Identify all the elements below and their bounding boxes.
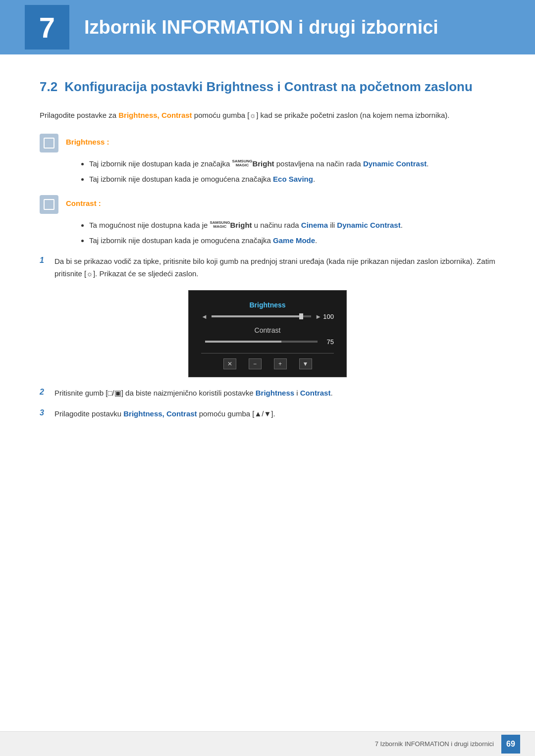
osd-brightness-fill (212, 315, 301, 317)
brightness-note-icon (40, 134, 58, 152)
osd-brightness-label: Brightness (249, 301, 285, 309)
chapter-number: 7 (39, 11, 55, 44)
intro-paragraph: Prilagodite postavke za Brightness, Cont… (40, 109, 495, 121)
footer-text: 7 Izbornik INFORMATION i drugi izbornici (375, 740, 494, 748)
note-icon-inner (44, 138, 54, 149)
game-mode-highlight: Game Mode (273, 236, 315, 245)
osd-brightness-slider-row: ◄ ► 100 (201, 313, 334, 320)
osd-screen: Brightness ◄ ► 100 Contrast 75 ✕ − + ▼ (188, 290, 347, 377)
intro-text-before: Prilagodite postavke za (40, 111, 118, 119)
step-2-number: 2 (40, 387, 54, 397)
bright-label-2: Bright (230, 221, 252, 229)
step-3-number: 3 (40, 408, 54, 417)
osd-buttons-row: ✕ − + ▼ (201, 358, 334, 369)
osd-left-arrow: ◄ (201, 313, 208, 320)
eco-saving-highlight: Eco Saving (273, 175, 313, 183)
brightness-bullets: Taj izbornik nije dostupan kada je znača… (89, 157, 495, 185)
dynamic-contrast-highlight-2: Dynamic Contrast (337, 221, 400, 229)
intro-highlight: Brightness, Contrast (118, 111, 192, 119)
step-3-text: Prilagodite postavku Brightness, Contras… (54, 408, 495, 420)
osd-contrast-slider-row: 75 (201, 338, 334, 346)
section-heading: 7.2 Konfiguracija postavki Brightness i … (40, 79, 495, 95)
contrast-bullets: Ta mogućnost nije dostupna kada je SAMSU… (89, 219, 495, 247)
chapter-number-box: 7 (25, 5, 69, 50)
footer-page-number: 69 (501, 735, 520, 754)
contrast-note-icon-inner (44, 199, 54, 210)
magic-bright-label-2: SAMSUNGMAGIC (210, 221, 230, 229)
main-content: 7.2 Konfiguracija postavki Brightness i … (0, 54, 535, 469)
osd-btn-x: ✕ (223, 358, 236, 369)
brightness-highlight-step2: Brightness (256, 389, 294, 397)
page-header: 7 Izbornik INFORMATION i drugi izbornici (0, 0, 535, 54)
step-1: 1 Da bi se prikazao vodič za tipke, prit… (40, 255, 495, 280)
dynamic-contrast-highlight-1: Dynamic Contrast (363, 159, 427, 168)
header-title: Izbornik INFORMATION i drugi izbornici (84, 17, 438, 38)
contrast-highlight-step2: Contrast (300, 389, 331, 397)
osd-brightness-row: Brightness (201, 301, 334, 309)
osd-right-arrow: ► (315, 313, 321, 320)
step-2: 2 Pritisnite gumb [□/▣] da biste naizmje… (40, 387, 495, 400)
contrast-bullet-2: Taj izbornik nije dostupan kada je omogu… (89, 234, 495, 247)
contrast-bullet-1: Ta mogućnost nije dostupna kada je SAMSU… (89, 219, 495, 232)
brightness-note-block: Brightness : (40, 134, 495, 152)
section-number: 7.2 (40, 79, 57, 94)
contrast-note-label: Contrast : (66, 195, 101, 207)
step-3: 3 Prilagodite postavku Brightness, Contr… (40, 408, 495, 420)
osd-contrast-fill (205, 341, 281, 343)
brightness-bullet-1: Taj izbornik nije dostupan kada je znača… (89, 157, 495, 170)
osd-contrast-track (205, 341, 318, 343)
cinema-highlight: Cinema (301, 221, 328, 229)
osd-btn-minus: − (249, 358, 262, 369)
page-footer: 7 Izbornik INFORMATION i drugi izbornici… (0, 731, 535, 756)
osd-btn-plus: + (274, 358, 287, 369)
osd-divider (201, 353, 334, 353)
osd-btn-down: ▼ (299, 358, 312, 369)
brightness-bullet-2: Taj izbornik nije dostupan kada je omogu… (89, 173, 495, 186)
intro-text-middle: pomoću gumba [☼] kad se prikaže početni … (192, 111, 450, 119)
osd-brightness-thumb (299, 313, 303, 319)
osd-contrast-label: Contrast (201, 326, 334, 334)
osd-brightness-value: 100 (321, 313, 334, 320)
osd-contrast-value: 75 (321, 338, 334, 346)
contrast-note-block: Contrast : (40, 195, 495, 214)
brightness-contrast-highlight-step3: Brightness, Contrast (123, 409, 197, 418)
brightness-note-label: Brightness : (66, 134, 109, 146)
section-title: Konfiguracija postavki Brightness i Cont… (64, 79, 472, 94)
magic-bright-label: SAMSUNGMAGIC (232, 159, 253, 167)
step-1-number: 1 (40, 255, 54, 265)
contrast-note-icon (40, 195, 58, 214)
osd-brightness-track (212, 315, 311, 317)
step-2-text: Pritisnite gumb [□/▣] da biste naizmjeni… (54, 387, 495, 400)
step-1-text: Da bi se prikazao vodič za tipke, pritis… (54, 255, 495, 280)
bright-label: Bright (252, 159, 274, 168)
